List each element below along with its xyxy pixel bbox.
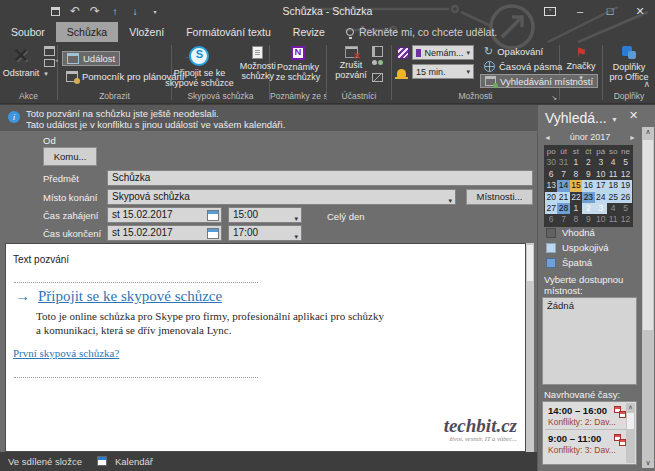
calendar-day[interactable]: 7 [557, 169, 569, 180]
calendar-day[interactable]: 6 [545, 214, 557, 225]
join-skype-meeting-button[interactable]: Připojit se ke skypové schůzce [162, 44, 237, 90]
rooms-button[interactable]: Místnosti... [466, 189, 533, 205]
room-list[interactable]: Žádná [542, 297, 637, 385]
calendar-day[interactable]: 5 [619, 203, 631, 214]
calendar-day[interactable]: 24 [595, 192, 607, 203]
times-scrollbar[interactable]: ∧ [626, 403, 635, 463]
office-addins-button[interactable]: Doplňky pro Office [607, 44, 652, 84]
editor-scrollbar[interactable] [526, 243, 534, 452]
calendar-day[interactable]: 3 [595, 157, 607, 168]
tab-review[interactable]: Revize [282, 22, 336, 42]
calendar-day[interactable]: 10 [595, 214, 607, 225]
scrollbar-thumb[interactable] [527, 245, 533, 281]
calendar-day[interactable]: 19 [619, 180, 631, 191]
to-button[interactable]: Komu... [43, 147, 97, 166]
reminder-dropdown[interactable]: 15 min. ▾ [412, 64, 474, 79]
scroll-up-icon[interactable]: ∧ [626, 403, 635, 412]
end-time-combobox[interactable]: 17:00 ▾ [228, 225, 302, 241]
calendar-day[interactable]: 16 [582, 180, 594, 191]
date-picker-icon[interactable] [207, 210, 219, 221]
calendar-day[interactable]: 30 [545, 157, 557, 168]
room-list-item[interactable]: Žádná [543, 298, 636, 313]
calendar-day[interactable]: 2 [582, 157, 594, 168]
show-as-dropdown[interactable]: Nemám... ▾ [412, 45, 474, 60]
ribbon-display-options-button[interactable]: ⌃ [535, 0, 565, 22]
start-date-input[interactable]: st 15.02.2017 [107, 207, 222, 223]
calendar-day[interactable]: 3 [595, 203, 607, 214]
join-skype-meeting-link[interactable]: Připojit se ke skypové schůzce [38, 288, 222, 304]
close-button[interactable]: ✕ [625, 0, 655, 22]
panel-scrollbar[interactable]: ∧ ∨ [642, 127, 654, 468]
tab-insert[interactable]: Vložení [118, 22, 175, 42]
meeting-notes-button[interactable]: Poznámky ze schůzky [273, 44, 324, 84]
calendar-day[interactable]: 9 [582, 214, 594, 225]
calendar-day[interactable]: 28 [557, 203, 569, 214]
date-picker-icon[interactable] [207, 228, 219, 239]
calendar-day[interactable]: 1 [570, 157, 582, 168]
calendar-day[interactable]: 18 [607, 180, 619, 191]
location-combobox[interactable]: Skypová schůzka ▾ [107, 189, 456, 205]
chevron-down-icon[interactable]: ▾ [294, 230, 298, 244]
calendar-icon[interactable] [44, 46, 55, 56]
calendar-day[interactable]: 10 [595, 169, 607, 180]
scroll-up-icon[interactable]: ∧ [642, 128, 654, 136]
chevron-down-icon[interactable]: ▾ [44, 70, 55, 78]
scroll-down-icon[interactable]: ∨ [642, 459, 654, 467]
calendar-day[interactable]: 25 [607, 192, 619, 203]
contact-options-icon[interactable] [372, 60, 384, 70]
close-panel-icon[interactable]: ✕ [629, 109, 638, 122]
calendar-day[interactable]: 4 [607, 203, 619, 214]
maximize-button[interactable]: □ [595, 0, 625, 22]
suggested-time-item[interactable]: 14:00 – 16:00 Konflikty: 2: Dav... [543, 402, 636, 429]
calendar-day[interactable]: 7 [557, 214, 569, 225]
calendar-day[interactable]: 8 [570, 169, 582, 180]
calendar-day[interactable]: 20 [545, 192, 557, 203]
cancel-invitation-button[interactable]: Zrušit pozvání [332, 44, 370, 82]
scrollbar-thumb[interactable] [627, 413, 634, 429]
tab-format-text[interactable]: Formátování textu [175, 22, 282, 42]
chevron-down-icon[interactable]: ▾ [294, 212, 298, 226]
minimize-button[interactable]: – [565, 0, 595, 22]
tags-button[interactable]: ⚑ Značky ▾ [563, 44, 598, 85]
tab-meeting[interactable]: Schůzka [56, 22, 118, 42]
chevron-down-icon[interactable]: ▾ [448, 194, 452, 208]
calendar-day[interactable]: 6 [545, 169, 557, 180]
previous-month-arrow[interactable]: ◄ [544, 134, 551, 141]
collapse-ribbon-button[interactable]: ∧ [643, 79, 650, 89]
calendar-day[interactable]: 26 [619, 192, 631, 203]
calendar-day[interactable]: 15 [570, 180, 582, 191]
chevron-down-icon[interactable]: ▼ [611, 116, 618, 123]
calendar-day[interactable]: 1 [570, 203, 582, 214]
calendar-day[interactable]: 9 [582, 169, 594, 180]
calendar-day[interactable]: 31 [557, 157, 569, 168]
response-options-icon[interactable] [372, 73, 383, 82]
calendar-day[interactable]: 27 [545, 203, 557, 214]
first-skype-meeting-link[interactable]: První skypová schůzka? [13, 347, 119, 359]
calendar-day[interactable]: 12 [619, 214, 631, 225]
calendar-day[interactable]: 14 [557, 180, 569, 191]
calendar-day[interactable]: 8 [570, 214, 582, 225]
calendar-day[interactable]: 17 [595, 180, 607, 191]
calendar-day[interactable]: 4 [607, 157, 619, 168]
dialog-launcher-icon[interactable]: ↘ [551, 94, 557, 102]
address-book-icon[interactable] [372, 46, 383, 57]
tell-me-box[interactable]: Řekněte mi, co chcete udělat. [336, 22, 497, 42]
scrollbar-thumb[interactable] [643, 140, 653, 330]
calendar-day[interactable]: 5 [619, 157, 631, 168]
tab-file[interactable]: Soubor [0, 22, 56, 42]
delete-button[interactable]: ✕ Odstranit [0, 44, 42, 80]
calendar-day[interactable]: 13 [545, 180, 557, 191]
end-date-input[interactable]: st 15.02.2017 [107, 225, 222, 241]
suggested-time-item[interactable]: 9:00 – 11:00 Konflikty: 3: Dav... [543, 430, 636, 457]
appointment-button[interactable]: Událost [62, 51, 120, 66]
calendar-day[interactable]: 12 [619, 169, 631, 180]
start-time-combobox[interactable]: 15:00 ▾ [228, 207, 302, 223]
calendar-day[interactable]: 21 [557, 192, 569, 203]
calendar-day[interactable]: 23 [582, 192, 594, 203]
calendar-day[interactable]: 22 [570, 192, 582, 203]
subject-input[interactable]: Schůzka [107, 170, 533, 186]
forward-icon[interactable] [44, 59, 55, 67]
calendar-day[interactable]: 11 [607, 214, 619, 225]
calendar-day[interactable]: 2 [582, 203, 594, 214]
next-month-arrow[interactable]: ► [629, 134, 636, 141]
